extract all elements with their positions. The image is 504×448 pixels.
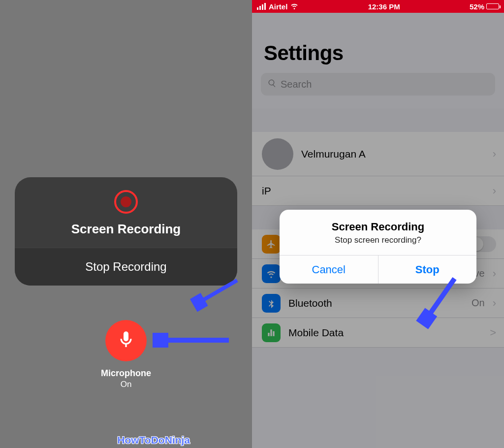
- signal-icon: [257, 3, 266, 10]
- annotation-arrow: [153, 333, 231, 348]
- microphone-toggle[interactable]: [105, 320, 147, 361]
- battery-icon: [486, 3, 499, 9]
- microphone-label-group: Microphone On: [0, 368, 252, 389]
- card-title: Screen Recording: [25, 222, 227, 237]
- microphone-icon: [116, 330, 136, 352]
- record-icon: [114, 190, 138, 214]
- screen-recording-card: Screen Recording Stop Recording: [15, 177, 237, 286]
- wifi-icon: [290, 2, 298, 11]
- stop-recording-button[interactable]: Stop Recording: [15, 248, 237, 286]
- microphone-label: Microphone: [0, 368, 252, 379]
- carrier-name: Airtel: [269, 2, 287, 11]
- alert-title: Screen Recording: [289, 221, 467, 233]
- stop-button[interactable]: Stop: [378, 256, 477, 284]
- settings-panel: Airtel 12:36 PM 52% Settings Search Velm…: [252, 0, 504, 448]
- alert-message: Stop screen recording?: [289, 235, 467, 245]
- microphone-state: On: [0, 380, 252, 389]
- status-bar: Airtel 12:36 PM 52%: [252, 0, 504, 13]
- watermark: HowToDoNinja: [117, 434, 190, 446]
- battery-pct: 52%: [470, 2, 484, 11]
- status-time: 12:36 PM: [298, 2, 470, 11]
- cancel-button[interactable]: Cancel: [280, 256, 378, 284]
- stop-recording-alert: Screen Recording Stop screen recording? …: [280, 210, 476, 284]
- card-header: Screen Recording: [15, 177, 237, 248]
- control-center-panel: Screen Recording Stop Recording Micropho…: [0, 0, 252, 448]
